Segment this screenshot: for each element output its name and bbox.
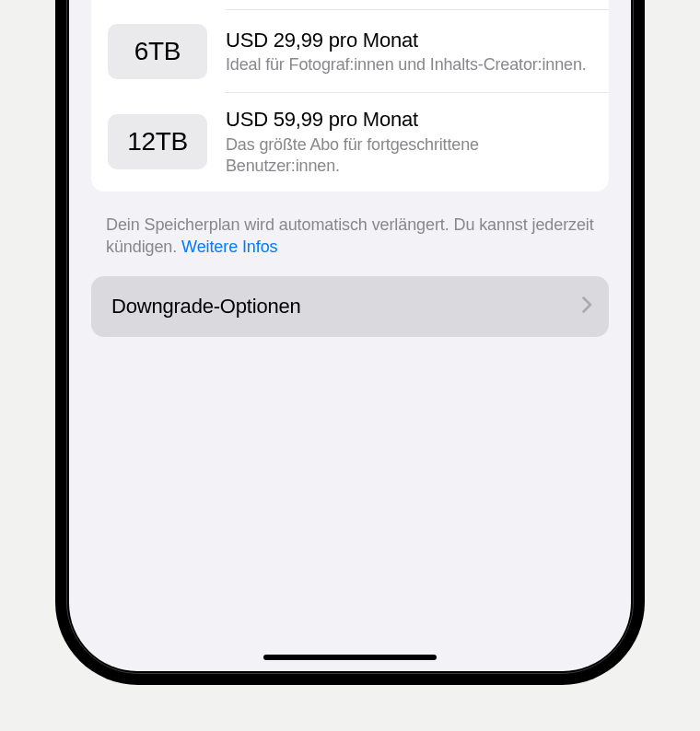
home-indicator[interactable] [263,655,437,660]
plan-size-badge: 12TB [108,114,207,169]
storage-plans-list: 200GB USD 2,99 pro Monat Mehr Platz für … [91,0,609,191]
plan-price: USD 59,99 pro Monat [226,107,592,133]
renewal-info: Dein Speicherplan wird automatisch verlä… [106,215,594,256]
renewal-footer-text: Dein Speicherplan wird automatisch verlä… [106,214,594,259]
plan-text: USD 29,99 pro Monat Ideal für Fotograf:i… [226,28,592,76]
plan-price: USD 29,99 pro Monat [226,28,592,53]
plan-size-badge: 6TB [108,24,207,79]
downgrade-options-button[interactable]: Downgrade-Optionen [91,276,609,337]
chevron-right-icon [582,296,592,317]
phone-bezel: 200GB USD 2,99 pro Monat Mehr Platz für … [66,0,634,674]
plan-row-2tb[interactable]: 2TB USD 9,99 pro Monat Ideal für Familie… [91,0,609,10]
plan-description: Das größte Abo für fortgeschrittene Benu… [226,134,592,178]
plan-text: USD 59,99 pro Monat Das größte Abo für f… [226,107,592,177]
phone-screen: 200GB USD 2,99 pro Monat Mehr Platz für … [69,0,631,671]
screen-content: 200GB USD 2,99 pro Monat Mehr Platz für … [69,0,631,671]
outer-container: 200GB USD 2,99 pro Monat Mehr Platz für … [0,0,700,731]
plan-row-6tb[interactable]: 6TB USD 29,99 pro Monat Ideal für Fotogr… [91,10,609,93]
phone-frame: 200GB USD 2,99 pro Monat Mehr Platz für … [55,0,645,685]
plan-row-12tb[interactable]: 12TB USD 59,99 pro Monat Das größte Abo … [91,93,609,191]
downgrade-label: Downgrade-Optionen [111,295,301,319]
more-info-link[interactable]: Weitere Infos [181,238,277,256]
plan-description: Ideal für Fotograf:innen und Inhalts-Cre… [226,54,592,75]
